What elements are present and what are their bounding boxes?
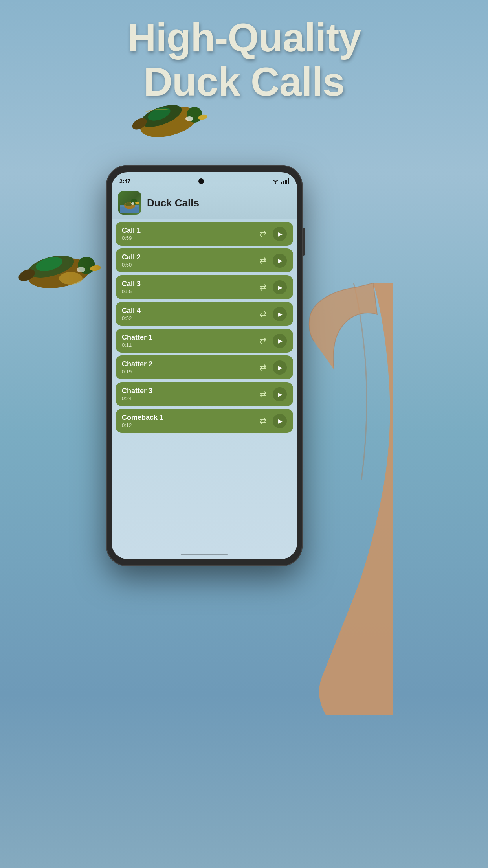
svg-point-19	[135, 202, 139, 204]
status-time: 2:47	[119, 178, 130, 184]
status-icons	[272, 178, 289, 184]
camera-dot	[198, 178, 204, 184]
status-bar: 2:47	[112, 172, 297, 186]
svg-point-12	[77, 267, 85, 272]
duck-flying-left	[12, 244, 106, 299]
call-info-1: Call 1 0:59	[122, 226, 141, 241]
call-duration-4: 0:52	[122, 315, 141, 321]
duck-flying-top	[126, 94, 212, 145]
call-name-3: Call 3	[122, 280, 141, 288]
page-title: High-Quality Duck Calls	[0, 16, 488, 104]
call-name-4: Call 4	[122, 307, 141, 315]
call-name-1: Call 1	[122, 226, 141, 235]
call-name-6: Chatter 2	[122, 360, 152, 368]
play-button-2[interactable]: ▶	[273, 254, 287, 268]
call-duration-6: 0:19	[122, 369, 152, 375]
call-item-2[interactable]: Call 2 0:50 ⇄ ▶	[116, 248, 293, 272]
call-duration-1: 0:59	[122, 235, 141, 241]
svg-point-20	[131, 202, 134, 205]
home-indicator	[181, 554, 228, 555]
call-info-6: Chatter 2 0:19	[122, 360, 152, 375]
call-actions-2: ⇄ ▶	[259, 254, 287, 268]
call-name-2: Call 2	[122, 253, 141, 261]
wifi-icon	[272, 178, 279, 184]
call-info-2: Call 2 0:50	[122, 253, 141, 268]
call-info-5: Chatter 1 0:11	[122, 333, 152, 348]
call-name-7: Chatter 3	[122, 387, 152, 395]
call-info-4: Call 4 0:52	[122, 307, 141, 321]
app-icon	[118, 191, 141, 215]
svg-point-21	[125, 202, 132, 206]
app-icon-duck	[118, 191, 141, 215]
repeat-icon-1[interactable]: ⇄	[259, 229, 266, 239]
call-actions-1: ⇄ ▶	[259, 227, 287, 241]
repeat-icon-2[interactable]: ⇄	[259, 256, 266, 266]
svg-point-14	[59, 272, 83, 285]
signal-bars-icon	[281, 178, 289, 184]
call-name-8: Comeback 1	[122, 414, 163, 422]
call-item-1[interactable]: Call 1 0:59 ⇄ ▶	[116, 222, 293, 246]
svg-point-5	[185, 116, 193, 121]
call-info-8: Comeback 1 0:12	[122, 414, 163, 428]
call-duration-3: 0:55	[122, 289, 141, 294]
call-info-3: Call 3 0:55	[122, 280, 141, 294]
app-header: Duck Calls	[112, 186, 297, 219]
call-duration-2: 0:50	[122, 262, 141, 268]
call-name-5: Chatter 1	[122, 333, 152, 342]
phone-device: 2:47	[106, 165, 381, 735]
call-info-7: Chatter 3 0:24	[122, 387, 152, 401]
hand	[236, 283, 393, 715]
call-duration-8: 0:12	[122, 422, 163, 428]
hand-svg	[236, 283, 393, 715]
play-button-1[interactable]: ▶	[273, 227, 287, 241]
call-duration-5: 0:11	[122, 342, 152, 348]
call-duration-7: 0:24	[122, 395, 152, 401]
app-title-text: Duck Calls	[147, 197, 199, 209]
